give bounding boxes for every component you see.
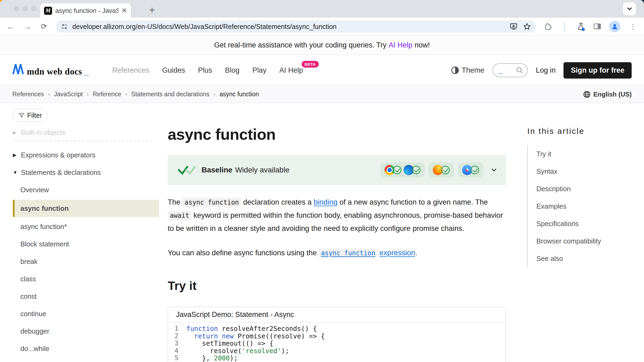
expression-link[interactable]: expression	[379, 249, 415, 257]
sidebar-item-async-function[interactable]: async function*	[13, 218, 159, 235]
nav-item-ai-help[interactable]: AI HelpBETA	[279, 66, 303, 75]
sidebar-item-expressions-operators[interactable]: ▶Expressions & operators	[13, 146, 159, 164]
safari-supported-check-icon	[470, 166, 479, 174]
experiments-flask-icon[interactable]	[576, 22, 586, 31]
search-icon[interactable]	[515, 66, 524, 74]
browser-menu-icon[interactable]: ⋮	[630, 23, 636, 31]
sidebar-item-continue[interactable]: continue	[13, 305, 159, 323]
line-number: 1	[168, 325, 182, 333]
mdn-header: mdn web docs _ ReferencesGuidesPlusBlogP…	[0, 55, 644, 86]
sidebar-item-debugger[interactable]: debugger	[13, 323, 159, 340]
mdn-logo-underscore: _	[84, 67, 89, 77]
code-line[interactable]: 4 resolve('resolved');	[168, 347, 506, 355]
baseline-check-icon	[178, 165, 196, 175]
ai-help-link[interactable]: AI Help	[389, 41, 412, 49]
toc-item-see-also[interactable]: See also	[528, 250, 637, 267]
extensions-icon[interactable]	[544, 22, 552, 31]
site-settings-icon[interactable]	[60, 23, 68, 31]
url-text[interactable]: developer.allizom.org/en-US/docs/Web/Jav…	[72, 23, 504, 31]
bookmark-star-icon[interactable]	[523, 22, 531, 31]
breadcrumb-reference[interactable]: Reference	[93, 91, 121, 98]
collapsed-triangle-icon[interactable]: ▶	[13, 152, 21, 158]
sidebar-item-label: debugger	[20, 327, 49, 335]
back-button[interactable]: ←	[6, 23, 14, 31]
reload-button[interactable]: ⟳	[41, 23, 47, 30]
minimize-window-button[interactable]	[23, 6, 28, 11]
code-text: setTimeout(() => {	[182, 340, 273, 347]
toc-item-browser-compatibility[interactable]: Browser compatibility	[528, 232, 637, 250]
sidebar-item-class[interactable]: class	[13, 270, 159, 288]
toc-item-try-it[interactable]: Try it	[528, 145, 637, 163]
code-line[interactable]: 5 }, 2000);	[168, 354, 506, 362]
baseline-status: BaselineWidely available	[202, 166, 290, 174]
binding-link[interactable]: binding	[314, 198, 338, 206]
breadcrumb-javascript[interactable]: JavaScript	[54, 91, 83, 98]
baseline-label: Baseline	[202, 166, 232, 174]
traffic-lights[interactable]	[14, 6, 36, 11]
ai-help-banner: Get real-time assistance with your codin…	[0, 36, 644, 55]
sidebar-filter-button[interactable]: Filter	[13, 109, 48, 122]
tab-close-icon[interactable]: ✕	[121, 6, 127, 15]
mdn-logo[interactable]: mdn web docs _	[12, 64, 89, 77]
sidebar-item-block-statement[interactable]: Block statement	[13, 235, 159, 253]
forward-button[interactable]: →	[24, 23, 32, 31]
code-line[interactable]: 1function resolveAfter2Seconds() {	[168, 325, 506, 333]
code-line[interactable]: 3 setTimeout(() => {	[168, 340, 506, 347]
code-editor[interactable]: 1function resolveAfter2Seconds() {2 retu…	[168, 323, 506, 362]
nav-item-blog[interactable]: Blog	[225, 66, 239, 75]
browser-support-icons	[376, 162, 483, 178]
demo-title: JavaScript Demo: Statement - Async	[168, 307, 506, 323]
signup-button[interactable]: Sign up for free	[564, 62, 632, 79]
nav-item-references[interactable]: References	[112, 66, 149, 75]
sidebar-item-break[interactable]: break	[13, 253, 159, 270]
async-function-code-link[interactable]: async function	[319, 249, 377, 257]
toc-item-description[interactable]: Description	[528, 180, 637, 198]
nav-item-play[interactable]: Play	[252, 66, 266, 75]
browser-tab[interactable]: M async function - JavaScript | ✕	[40, 3, 131, 18]
breadcrumb-async-function[interactable]: async function	[219, 91, 259, 98]
address-bar[interactable]: developer.allizom.org/en-US/docs/Web/Jav…	[56, 20, 536, 33]
browser-toolbar: ← → ⟳ developer.allizom.org/en-US/docs/W…	[0, 18, 644, 36]
inline-code: async function	[182, 198, 241, 207]
code-line[interactable]: 2 return new Promise((resolve) => {	[168, 333, 506, 340]
nav-item-guides[interactable]: Guides	[162, 66, 185, 75]
filter-label: Filter	[27, 112, 42, 119]
breadcrumb-statements-and-declarations[interactable]: Statements and declarations	[131, 91, 210, 98]
nav-item-plus[interactable]: Plus	[198, 66, 212, 75]
sidebar-item-statements-declarations[interactable]: ▼Statements & declarations	[13, 164, 159, 181]
edge-supported-check-icon	[412, 166, 420, 174]
baseline-expand-chevron-icon[interactable]	[490, 166, 498, 174]
sidebar-item-built-in-objects[interactable]: ▶Built-in objects	[13, 126, 159, 139]
expanded-triangle-icon[interactable]: ▼	[13, 170, 21, 175]
sidebar-item-overview[interactable]: Overview	[13, 181, 159, 199]
document-sidebar: Filter ▶Built-in objects▶Expressions & o…	[13, 109, 159, 362]
sidebar-item-empty-statement[interactable]: Empty statement	[13, 357, 159, 362]
tab-search-button[interactable]	[623, 2, 636, 15]
search-input[interactable]: _	[492, 63, 528, 77]
sidebar-item-label: Expressions & operators	[21, 151, 96, 159]
toc-item-examples[interactable]: Examples	[528, 198, 637, 215]
table-of-contents: In this article Try itSyntaxDescriptionE…	[527, 127, 637, 267]
sidebar-item-const[interactable]: const	[13, 288, 159, 305]
sidebar-item-do-while[interactable]: do...while	[13, 340, 159, 357]
login-link[interactable]: Log in	[536, 66, 556, 75]
toc-item-specifications[interactable]: Specifications	[528, 215, 637, 232]
interactive-demo: JavaScript Demo: Statement - Async 1func…	[168, 307, 506, 362]
toc-item-syntax[interactable]: Syntax	[528, 163, 637, 180]
new-tab-button[interactable]: +	[149, 5, 155, 15]
close-window-button[interactable]	[14, 6, 19, 11]
zoom-window-button[interactable]	[31, 6, 36, 11]
theme-toggle[interactable]: Theme	[451, 66, 484, 75]
install-app-icon[interactable]	[509, 22, 518, 31]
breadcrumb-references[interactable]: References	[12, 91, 44, 98]
banner-text-before: Get real-time assistance with your codin…	[214, 41, 386, 49]
collapsed-triangle-icon[interactable]: ▶	[13, 130, 21, 135]
chrome-supported-check-icon	[393, 166, 401, 174]
sidebar-item-label: break	[20, 258, 38, 265]
sidebar-item-async-function[interactable]: async function	[13, 200, 159, 217]
language-switcher[interactable]: English (US)	[583, 90, 632, 98]
mdn-logo-mark-icon	[12, 64, 25, 75]
profile-avatar[interactable]	[609, 21, 620, 32]
side-panel-icon[interactable]	[593, 22, 602, 31]
article-main: async function BaselineWidely available …	[168, 103, 506, 362]
